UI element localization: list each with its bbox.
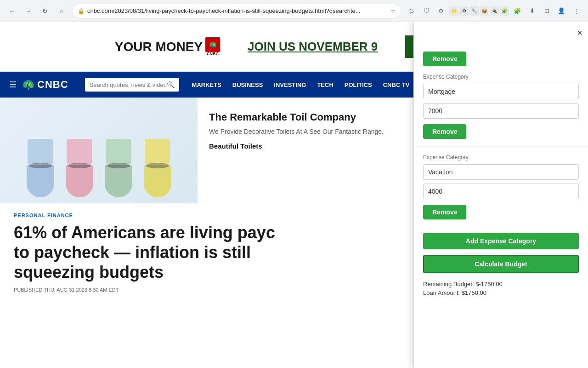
toilet-yellow-tank [145,139,170,164]
profile-icon[interactable]: 👤 [555,5,568,17]
budget-results: Remaining Budget: $-1750.00 Loan Amount:… [414,279,588,305]
remaining-budget: Remaining Budget: $-1750.00 [423,281,579,288]
menu-icon[interactable]: ⋮ [570,5,582,17]
toilet-pink-tank [67,139,92,164]
search-icon: 🔍 [167,81,175,88]
toilet-green-seat [107,163,130,168]
expense-category-vacation[interactable] [423,164,579,180]
toilet-green-bowl [105,165,132,197]
article-published: PUBLISHED THU, AUG 31 2023·8:30 AM EDT [14,287,400,293]
home-button[interactable]: ⌂ [55,5,68,17]
hamburger-menu[interactable]: ☰ [9,80,17,90]
cnbc-logo-text: CNBC [37,79,68,91]
nav-tech[interactable]: TECH [311,72,339,98]
puzzle-icon[interactable]: 🧩 [511,5,524,17]
nav-cnbc-tv[interactable]: CNBC TV [378,72,415,98]
add-expense-button[interactable]: Add Expense Category [423,233,579,249]
toilet-image-area [0,98,198,203]
ext-6: 🧩 [500,6,509,16]
download-icon[interactable]: ⬇ [526,5,538,17]
ext-1: 🌟 [449,6,458,16]
nav-investing[interactable]: INVESTING [268,72,311,98]
ad-your-money: YOUR MONEY 🦚 CNBC [115,37,220,56]
toilet-pink-seat [68,163,91,168]
ext-2: ⚙ [459,6,469,16]
ext-3: 🔧 [469,6,479,16]
ad-description: We Provide Decorative Toilets At A See O… [209,128,402,135]
lock-icon: 🔒 [78,8,85,14]
toilet-blue-bowl [27,165,54,197]
ad-title: The Remarkable Toil Company [209,111,402,123]
toilet-blue-seat [29,163,52,168]
toilet-green-tank [106,139,131,164]
forward-button[interactable]: → [22,5,35,17]
nav-business[interactable]: BUSINESS [227,72,268,98]
cnbc-peacock-ad: 🦚 [205,37,220,52]
peacock-logo-icon: 🦚 [22,79,34,91]
nav-markets[interactable]: MARKETS [187,72,227,98]
article-category: PERSONAL FINANCE [14,213,400,218]
article-section: PERSONAL FINANCE 61% of Americans are li… [0,203,413,302]
nav-politics[interactable]: POLITICS [339,72,378,98]
expense-label-2: Expense Category [423,154,579,161]
expense-section-vacation: Expense Category Remove [414,147,588,227]
ext-4: 📦 [480,6,489,16]
browser-chrome: ← → ↻ ⌂ 🔒 cnbc.com/2023/08/31/living-pay… [0,0,588,22]
toilet-pink-bowl [66,165,93,197]
settings-icon[interactable]: ⚙ [435,5,447,17]
side-panel: × Remove Expense Category Remove Expense… [413,22,588,368]
toilet-blue-tank [28,139,53,164]
star-icon: ☆ [390,8,396,14]
extension-icons: 🌟 ⚙ 🔧 📦 🔌 🧩 [449,6,509,16]
browser-actions: G 🛡 ⚙ 🌟 ⚙ 🔧 📦 🔌 🧩 🧩 ⬇ ⊡ 👤 ⋮ [405,5,582,17]
cnbc-label-ad: CNBC [207,52,219,56]
back-button[interactable]: ← [6,5,18,17]
ad-link[interactable]: Beautiful Toilets [209,142,402,150]
refresh-button[interactable]: ↻ [39,5,51,17]
page-content: YOUR MONEY 🦚 CNBC JOIN US NOVEMBER 9 REG… [0,22,588,368]
first-remove-button[interactable]: Remove [423,52,466,66]
google-icon[interactable]: G [405,5,418,17]
toilet-yellow-bowl [144,165,171,197]
article-area: The Remarkable Toil Company We Provide D… [0,98,413,368]
address-bar[interactable]: 🔒 cnbc.com/2023/08/31/living-paycheck-to… [72,4,401,18]
toilet-blue [24,139,57,199]
ad-join-text: JOIN US NOVEMBER 9 [248,40,378,54]
url-text: cnbc.com/2023/08/31/living-paycheck-to-p… [87,7,388,14]
window-icon[interactable]: ⊡ [540,5,553,17]
toilet-yellow [141,139,174,199]
expense-label-1: Expense Category [423,74,579,80]
cnbc-logo-area: 🦚 CNBC [22,79,68,91]
expense-section-mortgage: Expense Category Remove [414,66,588,147]
loan-amount: Loan Amount: $1750.00 [423,289,579,296]
article-title: 61% of Americans are living paycto paych… [14,223,400,282]
ad-your-text: YOUR MONEY [115,40,203,53]
search-bar[interactable]: 🔍 [85,78,179,92]
ad-join-area: JOIN US NOVEMBER 9 [248,40,378,54]
ext-5: 🔌 [490,6,499,16]
expense-amount-vacation[interactable] [423,184,579,199]
toilet-pink [63,139,96,199]
ad-text-area: The Remarkable Toil Company We Provide D… [198,98,413,203]
shield-icon[interactable]: 🛡 [420,5,433,17]
expense-amount-mortgage[interactable] [423,103,579,119]
toilet-green [102,139,135,199]
remove-vacation-button[interactable]: Remove [423,205,466,219]
close-panel-button[interactable]: × [577,28,582,38]
expense-category-mortgage[interactable] [423,84,579,99]
first-remove-section: Remove [414,22,588,66]
search-input[interactable] [90,81,167,88]
toilet-yellow-seat [146,163,169,168]
ad-tile: The Remarkable Toil Company We Provide D… [0,98,413,203]
calculate-budget-button[interactable]: Calculate Budget [423,255,579,273]
cnbc-logo: 🦚 CNBC [22,79,68,91]
remove-mortgage-button[interactable]: Remove [423,124,466,139]
